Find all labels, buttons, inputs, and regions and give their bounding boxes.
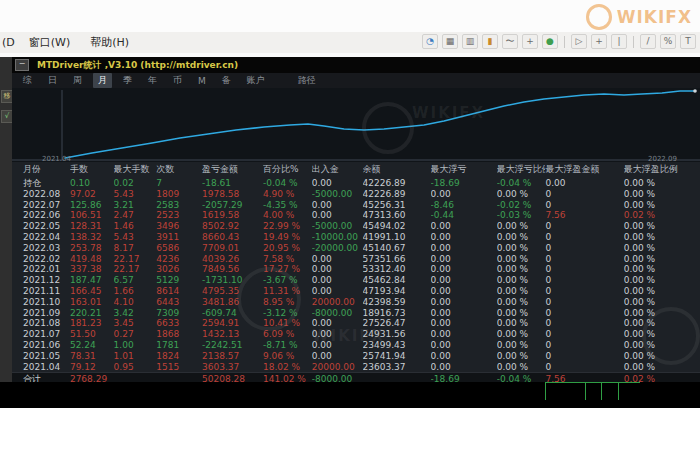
cell: 0.00 — [431, 286, 497, 297]
line-chart-icon[interactable]: 〜 — [502, 34, 518, 49]
cell: 持仓 — [12, 178, 70, 189]
menu-help[interactable]: 帮助(H) — [80, 35, 139, 50]
table-row[interactable]: 2022.06106.512.4725231619.584.00 %0.0047… — [12, 210, 700, 221]
cell: 0 — [545, 286, 623, 297]
table-row[interactable]: 2022.0897.025.4318091978.584.90 %-5000.0… — [12, 189, 700, 200]
cell: 0.00 % — [497, 243, 546, 254]
table-row[interactable]: 2022.04138.325.4339118660.4319.49 %-1000… — [12, 232, 700, 243]
table-row[interactable]: 2021.10163.014.1064433481.868.95 %20000.… — [12, 297, 700, 308]
cell: 0.00 % — [624, 232, 700, 243]
cell: 8660.43 — [202, 232, 263, 243]
table-row[interactable]: 2021.0578.311.0118242138.579.06 %0.00257… — [12, 351, 700, 362]
cell: 42398.59 — [363, 297, 431, 308]
equity-chart: 2021.04 2022.09 WIKIFX — [12, 88, 700, 162]
fragment-tick — [618, 382, 619, 400]
cell: 0 — [545, 243, 623, 254]
tab-币[interactable]: 币 — [168, 73, 187, 88]
cell: 3911 — [156, 232, 202, 243]
new-order-icon[interactable]: ◔ — [422, 34, 438, 49]
cell: 6443 — [156, 297, 202, 308]
cell: 2021.10 — [12, 297, 70, 308]
table-row[interactable]: 2022.01337.3822.1730267849.5617.27 %0.00… — [12, 264, 700, 275]
market-watch-icon[interactable]: ▦ — [442, 34, 458, 49]
cell: 1868 — [156, 329, 202, 340]
cell: 45140.67 — [363, 243, 431, 254]
tab-综[interactable]: 综 — [18, 73, 37, 88]
cell: 2583 — [156, 200, 202, 211]
table-row[interactable]: 2021.0479.120.9515153603.3718.02 %20000.… — [12, 362, 700, 373]
table-row[interactable]: 2021.09220.213.427309-609.74-3.12 %-8000… — [12, 308, 700, 319]
table-row[interactable]: 2022.05128.311.4634968502.9222.99 %-5000… — [12, 221, 700, 232]
cell: 0.00 % — [624, 340, 700, 351]
crosshair-icon[interactable]: + — [591, 34, 607, 49]
bar-chart-icon[interactable]: ▥ — [462, 34, 478, 49]
column-header[interactable]: 出入金 — [312, 162, 363, 178]
column-header[interactable]: 余额 — [363, 162, 431, 178]
cell: 2021.12 — [12, 275, 70, 286]
cell: 1.00 — [114, 340, 157, 351]
tab-备[interactable]: 备 — [217, 73, 236, 88]
window-titlebar[interactable]: − MTDriver统计 ,V3.10 (http://mtdriver.cn) — [12, 57, 700, 73]
column-header[interactable]: 百分比% — [263, 162, 312, 178]
cell: -0.44 — [431, 210, 497, 221]
cell: 0 — [545, 232, 623, 243]
menu-window[interactable]: 窗口(W) — [19, 35, 80, 50]
window-sys-button[interactable]: − — [15, 59, 29, 71]
cell: 0 — [545, 264, 623, 275]
column-header[interactable]: 最大手数 — [114, 162, 157, 178]
tab-账户[interactable]: 账户 — [242, 73, 270, 88]
cell: 0.00 % — [497, 221, 546, 232]
cell: 163.01 — [70, 297, 114, 308]
table-row[interactable]: 2021.08181.233.4566332594.9110.41 %0.002… — [12, 318, 700, 329]
candlestick-icon[interactable]: ▮ — [482, 34, 498, 49]
desktop-background — [0, 408, 700, 450]
path-label[interactable]: 路径 — [298, 74, 316, 87]
column-header[interactable]: 最大浮盈金额 — [545, 162, 623, 178]
cell: 1978.58 — [202, 189, 263, 200]
cell: 27526.47 — [363, 318, 431, 329]
auto-scroll-icon[interactable]: ● — [542, 34, 558, 49]
table-row[interactable]: 2021.0751.500.2718681432.136.09 %0.00249… — [12, 329, 700, 340]
text-icon[interactable]: T — [680, 34, 696, 49]
column-header[interactable]: 最大浮亏 — [431, 162, 497, 178]
cell: 0.00 % — [624, 351, 700, 362]
table-row[interactable]: 2021.11166.451.6686144795.3511.31 %0.004… — [12, 286, 700, 297]
column-header[interactable]: 盈亏金额 — [202, 162, 263, 178]
cell: 45494.02 — [363, 221, 431, 232]
cell: 0.00 — [312, 254, 363, 265]
tab-季[interactable]: 季 — [118, 73, 137, 88]
table-row[interactable]: 2021.0652.241.001781-2242.51-8.71 %0.002… — [12, 340, 700, 351]
table-row[interactable]: 持仓0.100.027-18.61-0.04 %0.0042226.89-18.… — [12, 178, 700, 189]
cell: -2057.29 — [202, 200, 263, 211]
cell: 4.00 % — [263, 210, 312, 221]
table-row[interactable]: 2022.07125.863.212583-2057.29-4.35 %0.00… — [12, 200, 700, 211]
column-header[interactable]: 最大浮亏比例 — [497, 162, 546, 178]
cell: 2021.07 — [12, 329, 70, 340]
cell: -8.46 — [431, 200, 497, 211]
column-header[interactable]: 最大浮盈比例 — [624, 162, 700, 178]
fragment-tick — [585, 382, 586, 400]
cell: 2021.11 — [12, 286, 70, 297]
cell: 0.00 % — [624, 362, 700, 373]
column-header[interactable]: 次数 — [156, 162, 202, 178]
tab-周[interactable]: 周 — [68, 73, 87, 88]
column-header[interactable]: 手数 — [70, 162, 114, 178]
cell: 51.50 — [70, 329, 114, 340]
column-header[interactable]: 月份 — [12, 162, 70, 178]
cursor-icon[interactable]: ▷ — [571, 34, 587, 49]
cell: -18.69 — [431, 178, 497, 189]
table-row[interactable]: 2022.03253.788.1765867709.0120.95 %-2000… — [12, 243, 700, 254]
zoom-in-icon[interactable]: + — [522, 34, 538, 49]
cell: 18916.73 — [363, 308, 431, 319]
tab-M[interactable]: M — [193, 75, 211, 87]
tab-月[interactable]: 月 — [93, 73, 112, 88]
toolbar-separator — [564, 36, 565, 48]
cell: 45462.84 — [363, 275, 431, 286]
tab-年[interactable]: 年 — [143, 73, 162, 88]
trendline-icon[interactable]: / — [640, 34, 656, 49]
vline-icon[interactable]: | — [611, 34, 627, 49]
tab-日[interactable]: 日 — [43, 73, 62, 88]
table-row[interactable]: 2022.02419.4822.1742364039.267.58 %0.005… — [12, 254, 700, 265]
table-row[interactable]: 2021.12187.476.575129-1731.10-3.67 %0.00… — [12, 275, 700, 286]
percent-icon[interactable]: % — [660, 34, 676, 49]
